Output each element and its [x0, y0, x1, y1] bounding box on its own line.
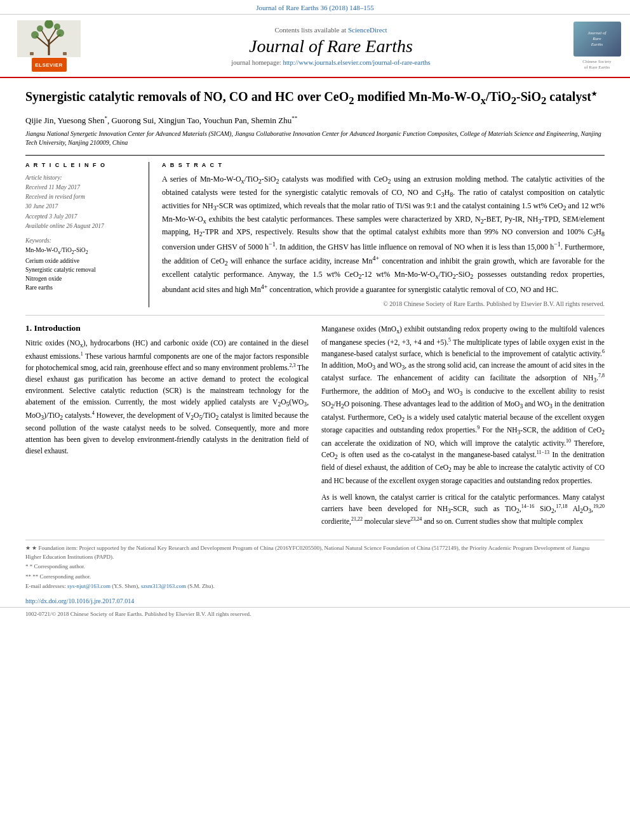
elsevier-logo-area: ELSEVIER	[8, 20, 90, 72]
keyword-4: Nitrogen oxide	[25, 274, 140, 283]
introduction-body-right: Manganese oxides (MnOx) exhibit outstand…	[321, 323, 605, 486]
introduction-body-left: Nitric oxides (NOx), hydrocarbons (HC) a…	[25, 337, 309, 457]
keywords-section: Keywords: Mn-Mo-W-Ox/TiO2-SiO2 Cerium ox…	[25, 237, 140, 293]
elsevier-wordmark: ELSEVIER	[32, 58, 67, 72]
journal-homepage-line: journal homepage: http://www.journals.el…	[231, 59, 430, 66]
journal-title: Journal of Rare Earths	[249, 36, 413, 57]
keyword-3: Synergistic catalytic removal	[25, 265, 140, 274]
science-direct-link[interactable]: ScienceDirect	[348, 26, 387, 34]
introduction-section: 1. Introduction Nitric oxides (NOx), hyd…	[25, 323, 605, 527]
journal-homepage-link[interactable]: http://www.journals.elsevier.com/journal…	[283, 59, 430, 66]
section-divider	[25, 315, 605, 316]
footnotes-area: ★ ★ Foundation item: Project supported b…	[25, 540, 605, 591]
keyword-1: Mn-Mo-W-Ox/TiO2-SiO2	[25, 246, 140, 257]
main-content: Synergistic catalytic removals of NO, CO…	[0, 78, 630, 533]
svg-point-6	[31, 31, 39, 39]
accepted-date: Accepted 3 July 2017	[25, 212, 140, 222]
history-label: Article history:	[25, 173, 140, 183]
article-info-heading: A R T I C L E I N F O	[25, 162, 140, 168]
bottom-bar: 1002-0721/© 2018 Chinese Society of Rare…	[0, 607, 630, 620]
author-affiliation: Jiangsu National Synergetic Innovation C…	[25, 130, 605, 147]
introduction-right: Manganese oxides (MnOx) exhibit outstand…	[321, 323, 605, 527]
doi-link[interactable]: http://dx.doi.org/10.1016/j.jre.2017.07.…	[25, 597, 134, 604]
available-online: Available online 26 August 2017	[25, 222, 140, 231]
authors-line: Qijie Jin, Yuesong Shen*, Guorong Sui, X…	[25, 115, 605, 126]
svg-rect-12	[63, 52, 67, 55]
email-footnote: E-mail addresses: sys-njut@163.com (Y.S.…	[25, 582, 605, 591]
keyword-2: Cerium oxide additive	[25, 257, 140, 265]
corresponding-author-1: * * Corresponding author.	[25, 563, 605, 571]
received-date: Received 11 May 2017	[25, 183, 140, 192]
svg-point-7	[57, 29, 64, 37]
journal-citation: Journal of Rare Earths 36 (2018) 148–155	[256, 4, 374, 11]
keyword-5: Rare earths	[25, 283, 140, 292]
svg-rect-11	[30, 52, 34, 55]
journal-top-bar: Journal of Rare Earths 36 (2018) 148–155	[0, 0, 630, 15]
introduction-body-right-2: As is well known, the catalyst carrier i…	[321, 491, 605, 528]
received-revised-label: Received in revised form	[25, 192, 140, 202]
article-history: Article history: Received 11 May 2017 Re…	[25, 173, 140, 231]
abstract-heading: A B S T R A C T	[162, 162, 605, 168]
received-revised-date: 30 June 2017	[25, 202, 140, 211]
abstract-text: A series of Mn-Mo-W-Ox/TiO2-SiO2 catalys…	[162, 173, 605, 295]
keywords-label: Keywords:	[25, 237, 140, 244]
svg-point-9	[54, 23, 60, 30]
article-info-column: A R T I C L E I N F O Article history: R…	[25, 162, 149, 307]
email-link-1[interactable]: sys-njut@163.com	[67, 583, 111, 589]
issn-copyright: 1002-0721/© 2018 Chinese Society of Rare…	[25, 611, 251, 617]
foundation-footnote: ★ ★ Foundation item: Project supported b…	[25, 544, 605, 561]
abstract-column: A B S T R A C T A series of Mn-Mo-W-Ox/T…	[162, 162, 605, 307]
copyright-notice: © 2018 Chinese Society of Rare Earths. P…	[162, 300, 605, 307]
journal-header-center: Contents lists available at ScienceDirec…	[97, 20, 565, 72]
title-star: ★	[591, 90, 597, 97]
email-link-2[interactable]: szsm313@163.com	[141, 583, 186, 589]
article-info-abstract-section: A R T I C L E I N F O Article history: R…	[25, 155, 605, 307]
corresponding-author-2: ** ** Corresponding author.	[25, 573, 605, 582]
article-title: Synergistic catalytic removals of NO, CO…	[25, 88, 605, 109]
doi-line: http://dx.doi.org/10.1016/j.jre.2017.07.…	[0, 595, 630, 607]
badge-subtitle: Chinese Societyof Rare Earths	[582, 59, 611, 70]
introduction-left: 1. Introduction Nitric oxides (NOx), hyd…	[25, 323, 309, 527]
section-number: 1. Introduction	[25, 323, 309, 333]
science-direct-notice: Contents lists available at ScienceDirec…	[274, 26, 387, 34]
journal-header: ELSEVIER Contents lists available at Sci…	[0, 15, 630, 78]
svg-point-8	[37, 25, 43, 32]
rare-earths-badge: Journal ofRareEarths	[573, 22, 621, 57]
journal-cover-image	[17, 20, 81, 58]
journal-badge-area: Journal ofRareEarths Chinese Societyof R…	[572, 20, 622, 72]
